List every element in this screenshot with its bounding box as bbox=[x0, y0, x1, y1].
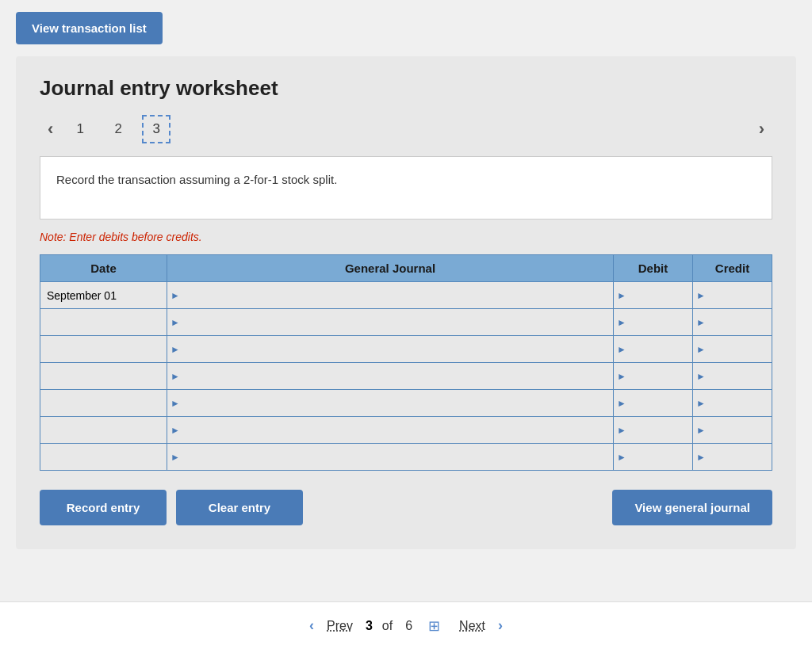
credit-input-2[interactable] bbox=[709, 313, 772, 332]
arrow-icon: ► bbox=[614, 317, 630, 328]
date-cell-6 bbox=[40, 417, 167, 444]
arrow-icon: ► bbox=[167, 452, 183, 463]
date-input-5[interactable] bbox=[40, 394, 167, 413]
page-number-3[interactable]: 3 bbox=[142, 115, 170, 143]
debit-cell-1: ► bbox=[614, 282, 693, 309]
credit-cell-2: ► bbox=[693, 309, 772, 336]
debit-input-1[interactable] bbox=[630, 286, 692, 305]
description-box: Record the transaction assuming a 2-for-… bbox=[40, 156, 772, 220]
nav-prev-arrow[interactable]: ‹ bbox=[40, 116, 61, 143]
arrow-icon: ► bbox=[693, 371, 709, 382]
clear-entry-button[interactable]: Clear entry bbox=[176, 490, 303, 525]
date-input-7[interactable] bbox=[40, 448, 167, 467]
arrow-icon: ► bbox=[614, 398, 630, 409]
header-general-journal: General Journal bbox=[167, 255, 614, 282]
bottom-buttons: Record entry Clear entry View general jo… bbox=[40, 490, 772, 525]
arrow-icon: ► bbox=[614, 290, 630, 301]
journal-cell-4: ► bbox=[167, 363, 614, 390]
debit-cell-3: ► bbox=[614, 336, 693, 363]
journal-cell-6: ► bbox=[167, 417, 614, 444]
journal-input-3[interactable] bbox=[183, 340, 613, 359]
arrow-icon: ► bbox=[693, 425, 709, 436]
debit-input-7[interactable] bbox=[630, 448, 692, 467]
footer-prev-arrow: ‹ bbox=[309, 617, 314, 634]
arrow-icon: ► bbox=[693, 398, 709, 409]
debit-input-2[interactable] bbox=[630, 313, 692, 332]
journal-cell-5: ► bbox=[167, 390, 614, 417]
footer-next-arrow: › bbox=[498, 617, 503, 634]
date-cell-7 bbox=[40, 444, 167, 471]
footer-prev-button[interactable]: Prev bbox=[320, 616, 359, 636]
credit-input-1[interactable] bbox=[709, 286, 772, 305]
debit-input-4[interactable] bbox=[630, 367, 692, 386]
arrow-icon: ► bbox=[167, 425, 183, 436]
debit-input-3[interactable] bbox=[630, 340, 692, 359]
credit-cell-5: ► bbox=[693, 390, 772, 417]
credit-cell-4: ► bbox=[693, 363, 772, 390]
worksheet-title: Journal entry worksheet bbox=[40, 76, 772, 101]
debit-cell-2: ► bbox=[614, 309, 693, 336]
arrow-icon: ► bbox=[167, 317, 183, 328]
table-row: ► ► ► bbox=[40, 282, 772, 309]
credit-input-5[interactable] bbox=[709, 394, 772, 413]
journal-input-5[interactable] bbox=[183, 394, 613, 413]
date-cell-2 bbox=[40, 309, 167, 336]
header-debit: Debit bbox=[614, 255, 693, 282]
nav-next-arrow[interactable]: › bbox=[751, 116, 772, 143]
date-input-1[interactable] bbox=[40, 286, 167, 305]
table-row: ► ► ► bbox=[40, 444, 772, 471]
journal-input-2[interactable] bbox=[183, 313, 613, 332]
footer-of-label: of bbox=[382, 619, 393, 633]
footer-next-button[interactable]: Next bbox=[453, 616, 492, 636]
view-transaction-button[interactable]: View transaction list bbox=[16, 12, 163, 44]
journal-table: Date General Journal Debit Credit ► bbox=[40, 254, 772, 471]
grid-icon[interactable]: ⊞ bbox=[428, 617, 440, 635]
footer-current-page: 3 bbox=[366, 619, 373, 633]
credit-cell-7: ► bbox=[693, 444, 772, 471]
journal-cell-2: ► bbox=[167, 309, 614, 336]
journal-cell-3: ► bbox=[167, 336, 614, 363]
journal-cell-1: ► bbox=[167, 282, 614, 309]
date-cell-3 bbox=[40, 336, 167, 363]
arrow-icon: ► bbox=[693, 317, 709, 328]
arrow-icon: ► bbox=[614, 344, 630, 355]
arrow-icon: ► bbox=[614, 371, 630, 382]
footer-navigation: ‹ Prev 3 of 6 ⊞ Next › bbox=[0, 601, 812, 649]
journal-cell-7: ► bbox=[167, 444, 614, 471]
debit-input-5[interactable] bbox=[630, 394, 692, 413]
date-cell-5 bbox=[40, 390, 167, 417]
top-bar: View transaction list bbox=[0, 0, 812, 56]
page-navigation: ‹ 1 2 3 › bbox=[40, 115, 772, 143]
date-input-3[interactable] bbox=[40, 340, 167, 359]
journal-input-1[interactable] bbox=[183, 286, 613, 305]
date-input-2[interactable] bbox=[40, 313, 167, 332]
table-row: ► ► ► bbox=[40, 390, 772, 417]
page-number-2[interactable]: 2 bbox=[104, 115, 132, 143]
date-cell-4 bbox=[40, 363, 167, 390]
credit-input-6[interactable] bbox=[709, 421, 772, 440]
table-row: ► ► ► bbox=[40, 336, 772, 363]
arrow-icon: ► bbox=[693, 290, 709, 301]
debit-cell-5: ► bbox=[614, 390, 693, 417]
view-general-journal-button[interactable]: View general journal bbox=[612, 490, 772, 525]
journal-input-6[interactable] bbox=[183, 421, 613, 440]
credit-input-7[interactable] bbox=[709, 448, 772, 467]
date-input-6[interactable] bbox=[40, 421, 167, 440]
journal-input-7[interactable] bbox=[183, 448, 613, 467]
arrow-icon: ► bbox=[167, 344, 183, 355]
date-input-4[interactable] bbox=[40, 367, 167, 386]
debit-input-6[interactable] bbox=[630, 421, 692, 440]
page-number-1[interactable]: 1 bbox=[66, 115, 94, 143]
credit-cell-1: ► bbox=[693, 282, 772, 309]
journal-input-4[interactable] bbox=[183, 367, 613, 386]
debit-cell-4: ► bbox=[614, 363, 693, 390]
arrow-icon: ► bbox=[167, 371, 183, 382]
table-row: ► ► ► bbox=[40, 309, 772, 336]
credit-input-4[interactable] bbox=[709, 367, 772, 386]
note-text: Note: Enter debits before credits. bbox=[40, 231, 772, 243]
arrow-icon: ► bbox=[693, 452, 709, 463]
arrow-icon: ► bbox=[614, 452, 630, 463]
record-entry-button[interactable]: Record entry bbox=[40, 490, 167, 525]
header-date: Date bbox=[40, 255, 167, 282]
credit-input-3[interactable] bbox=[709, 340, 772, 359]
